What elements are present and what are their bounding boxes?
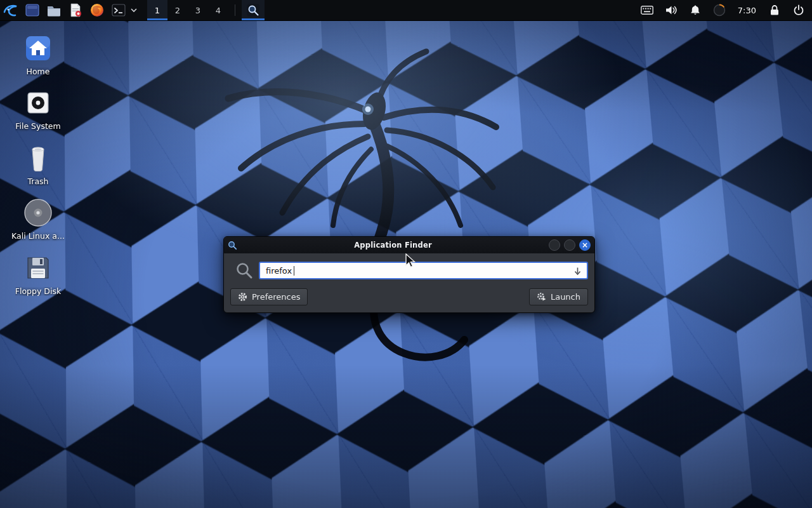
desktop-icon-floppy-disk[interactable]: Floppy Disk <box>9 253 67 296</box>
files-dark-launcher[interactable] <box>22 0 43 20</box>
gear-icon <box>238 292 247 302</box>
application-finder-task-icon <box>246 3 260 17</box>
kali-desktop: 1 2 3 4 <box>0 0 812 508</box>
terminal-launcher[interactable] <box>108 0 129 20</box>
desktop-icon-file-system[interactable]: File System <box>9 88 67 131</box>
chevron-down-icon <box>131 8 137 13</box>
dark-window-icon <box>25 3 40 18</box>
taskbar-application-finder[interactable] <box>242 0 265 20</box>
close-button[interactable]: × <box>579 239 591 251</box>
bell-icon <box>690 4 701 16</box>
search-input-value: firefox <box>266 266 292 276</box>
panel-separator <box>235 4 235 16</box>
workspace-4-label: 4 <box>216 6 221 15</box>
search-row: firefox <box>230 262 588 279</box>
desktop-icon-home[interactable]: Home <box>9 33 67 76</box>
firefox-launcher[interactable] <box>86 0 108 20</box>
document-icon <box>68 3 83 18</box>
titlebar[interactable]: Application Finder × <box>224 237 594 253</box>
window-title: Application Finder <box>241 241 545 250</box>
desktop-icon-label: File System <box>15 122 61 131</box>
preferences-label: Preferences <box>252 292 300 302</box>
trash-icon <box>25 143 51 173</box>
dropdown-arrow-icon[interactable] <box>573 267 582 276</box>
panel-launchers: 1 2 3 4 <box>0 0 265 20</box>
workspace-2-label: 2 <box>175 6 180 15</box>
maximize-button[interactable] <box>564 239 575 251</box>
kali-menu-button[interactable] <box>0 0 22 20</box>
workspace-3-label: 3 <box>195 6 200 15</box>
status-icon <box>713 4 726 17</box>
desktop-icon-trash[interactable]: Trash <box>9 143 67 186</box>
power-icon <box>793 4 804 16</box>
top-panel: 1 2 3 4 <box>0 0 812 21</box>
workspace-switcher: 1 2 3 4 <box>147 0 228 20</box>
window-body: firefox Preferences <box>224 253 594 312</box>
workspace-1[interactable]: 1 <box>147 0 167 20</box>
volume-icon <box>665 4 678 16</box>
desktop-icon-label: Home <box>27 67 50 76</box>
status-indicator[interactable] <box>712 3 726 17</box>
search-input[interactable]: firefox <box>259 262 588 279</box>
keyboard-icon <box>641 6 653 15</box>
workspace-2[interactable]: 2 <box>167 0 188 20</box>
preferences-button[interactable]: Preferences <box>230 288 308 305</box>
logout-button[interactable] <box>792 3 806 17</box>
workspace-1-label: 1 <box>155 6 160 15</box>
launch-icon <box>537 292 546 302</box>
workspace-4[interactable]: 4 <box>208 0 228 20</box>
search-icon <box>235 262 253 279</box>
terminal-dropdown-button[interactable] <box>129 0 138 20</box>
notifications[interactable] <box>688 3 702 17</box>
panel-clock[interactable]: 7:30 <box>737 6 757 15</box>
lock-screen-button[interactable] <box>768 3 782 17</box>
disc-icon <box>23 197 53 228</box>
firefox-icon <box>89 3 105 18</box>
lock-icon <box>769 4 780 16</box>
text-editor-launcher[interactable] <box>65 0 86 20</box>
file-system-icon <box>25 88 51 118</box>
close-icon: × <box>582 241 588 249</box>
terminal-icon <box>111 3 126 18</box>
desktop-icon-label: Trash <box>27 177 48 186</box>
floppy-icon <box>25 253 51 283</box>
volume-control[interactable] <box>664 3 678 17</box>
panel-spacer <box>265 0 640 20</box>
panel-status-area: 7:30 <box>640 0 812 20</box>
file-manager-launcher[interactable] <box>43 0 65 20</box>
folder-icon <box>46 3 62 18</box>
home-icon <box>25 33 51 64</box>
text-caret <box>294 266 294 276</box>
window-app-icon <box>228 241 237 250</box>
button-row: Preferences Launch <box>230 288 588 305</box>
desktop-icon-column: Home File System Trash <box>9 33 67 307</box>
launch-button[interactable]: Launch <box>529 288 588 305</box>
workspace-3[interactable]: 3 <box>188 0 208 20</box>
kali-logo-icon <box>3 2 19 18</box>
application-finder-window: Application Finder × firefox <box>223 236 595 313</box>
keyboard-indicator[interactable] <box>640 3 654 17</box>
desktop-icon-label: Floppy Disk <box>15 287 61 296</box>
desktop-icon-kali-volume[interactable]: Kali Linux a... <box>9 197 67 241</box>
desktop-icon-label: Kali Linux a... <box>11 232 65 241</box>
minimize-button[interactable] <box>549 239 560 251</box>
launch-label: Launch <box>551 292 580 302</box>
